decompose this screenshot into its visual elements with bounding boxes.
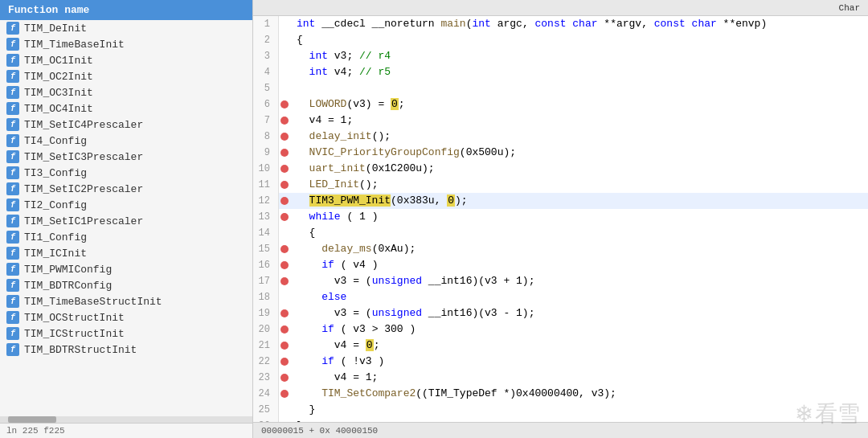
line-number: 13 bbox=[253, 209, 279, 225]
function-label: TIM_ICStructInit bbox=[24, 328, 125, 340]
sidebar-item-TIM_DeInit[interactable]: fTIM_DeInit bbox=[0, 20, 252, 36]
breakpoint[interactable] bbox=[279, 325, 290, 334]
code-line: 6 LOWORD(v3) = 0; bbox=[253, 96, 868, 113]
function-label: TI3_Config bbox=[24, 167, 87, 179]
sidebar-item-TIM_OC4Init[interactable]: fTIM_OC4Init bbox=[0, 100, 252, 117]
breakpoint[interactable] bbox=[279, 149, 290, 157]
code-line: 26} bbox=[253, 418, 868, 422]
breakpoint-dot bbox=[280, 133, 289, 141]
breakpoint[interactable] bbox=[279, 358, 290, 366]
line-number: 26 bbox=[253, 418, 279, 422]
code-text: NVIC_PriorityGroupConfig(0x500u); bbox=[290, 145, 516, 161]
code-text: v3 = (unsigned __int16)(v3 + 1); bbox=[290, 273, 534, 289]
breakpoint[interactable] bbox=[279, 181, 290, 189]
function-label: TIM_SetIC1Prescaler bbox=[24, 215, 143, 227]
sidebar-item-TIM_ICStructInit[interactable]: fTIM_ICStructInit bbox=[0, 325, 252, 342]
sidebar-item-TIM_PWMIConfig[interactable]: fTIM_PWMIConfig bbox=[0, 261, 252, 277]
code-line: 13 while ( 1 ) bbox=[253, 209, 868, 225]
sidebar-item-TIM_BDTRStructInit[interactable]: fTIM_BDTRStructInit bbox=[0, 342, 252, 358]
breakpoint[interactable] bbox=[279, 390, 290, 398]
function-label: TIM_OC4Init bbox=[24, 103, 93, 115]
function-label: TIM_SetIC2Prescaler bbox=[24, 183, 143, 195]
breakpoint[interactable] bbox=[279, 261, 290, 269]
function-icon: f bbox=[6, 150, 19, 163]
sidebar-item-TIM_SetIC1Prescaler[interactable]: fTIM_SetIC1Prescaler bbox=[0, 213, 252, 229]
function-label: TIM_OC3Init bbox=[24, 87, 93, 99]
sidebar-item-TIM_SetIC2Prescaler[interactable]: fTIM_SetIC2Prescaler bbox=[0, 181, 252, 197]
function-label: TIM_BDTRStructInit bbox=[24, 344, 137, 356]
function-icon: f bbox=[6, 22, 19, 35]
function-label: TIM_BDTRConfig bbox=[24, 280, 112, 292]
line-number: 17 bbox=[253, 273, 279, 289]
function-label: TI4_Config bbox=[24, 135, 87, 147]
function-icon: f bbox=[6, 199, 19, 211]
sidebar-scrollbar-thumb[interactable] bbox=[8, 416, 56, 423]
function-label: TIM_ICInit bbox=[24, 248, 87, 260]
breakpoint-dot bbox=[280, 165, 289, 173]
function-label: TIM_OC1Init bbox=[24, 55, 93, 67]
breakpoint[interactable] bbox=[279, 100, 290, 108]
breakpoint[interactable] bbox=[279, 309, 290, 317]
sidebar-item-TIM_SetIC3Prescaler[interactable]: fTIM_SetIC3Prescaler bbox=[0, 149, 252, 165]
code-line: 7 v4 = 1; bbox=[253, 113, 868, 129]
code-text: v3 = (unsigned __int16)(v3 - 1); bbox=[290, 305, 534, 321]
sidebar-item-TIM_OC1Init[interactable]: fTIM_OC1Init bbox=[0, 52, 252, 68]
function-label: TIM_PWMIConfig bbox=[24, 264, 112, 276]
sidebar-item-TIM_SetIC4Prescaler[interactable]: fTIM_SetIC4Prescaler bbox=[0, 117, 252, 133]
function-label: TIM_SetIC3Prescaler bbox=[24, 151, 143, 163]
breakpoint[interactable] bbox=[279, 213, 290, 221]
code-line: 12 TIM3_PWM_Init(0x383u, 0); bbox=[253, 193, 868, 209]
code-text: } bbox=[290, 418, 303, 422]
code-footer: 00000015 + 0x 40000150 bbox=[253, 422, 868, 438]
line-number: 21 bbox=[253, 338, 279, 354]
line-number: 1 bbox=[253, 16, 279, 32]
breakpoint[interactable] bbox=[279, 277, 290, 285]
sidebar-item-TI3_Config[interactable]: fTI3_Config bbox=[0, 165, 252, 181]
code-line: 8 delay_init(); bbox=[253, 129, 868, 145]
line-number: 22 bbox=[253, 354, 279, 370]
line-number: 2 bbox=[253, 32, 279, 48]
function-icon: f bbox=[6, 70, 19, 83]
sidebar-item-TIM_TimeBaseInit[interactable]: fTIM_TimeBaseInit bbox=[0, 36, 252, 52]
breakpoint[interactable] bbox=[279, 165, 290, 173]
code-text: TIM_SetCompare2((TIM_TypeDef *)0x4000040… bbox=[290, 386, 616, 402]
code-line: 5 bbox=[253, 80, 868, 96]
line-number: 7 bbox=[253, 113, 279, 129]
sidebar-item-TIM_OC2Init[interactable]: fTIM_OC2Init bbox=[0, 68, 252, 84]
sidebar-item-TIM_ICInit[interactable]: fTIM_ICInit bbox=[0, 245, 252, 261]
sidebar-item-TI2_Config[interactable]: fTI2_Config bbox=[0, 197, 252, 213]
breakpoint[interactable] bbox=[279, 245, 290, 253]
code-text: uart_init(0x1C200u); bbox=[290, 161, 435, 177]
sidebar-item-TIM_OCStructInit[interactable]: fTIM_OCStructInit bbox=[0, 309, 252, 325]
code-text: int v3; // r4 bbox=[290, 48, 391, 64]
sidebar-scrollbar[interactable] bbox=[0, 416, 252, 423]
breakpoint-dot bbox=[280, 277, 289, 285]
code-line: 15 delay_ms(0xAu); bbox=[253, 241, 868, 257]
code-line: 14 { bbox=[253, 225, 868, 241]
function-label: TIM_SetIC4Prescaler bbox=[24, 119, 143, 131]
sidebar-item-TIM_OC3Init[interactable]: fTIM_OC3Init bbox=[0, 84, 252, 100]
sidebar-item-TI4_Config[interactable]: fTI4_Config bbox=[0, 133, 252, 149]
code-text: TIM3_PWM_Init(0x383u, 0); bbox=[290, 193, 468, 209]
sidebar-item-TIM_BDTRConfig[interactable]: fTIM_BDTRConfig bbox=[0, 277, 252, 293]
function-icon: f bbox=[6, 134, 19, 147]
line-number: 5 bbox=[253, 80, 279, 96]
code-content[interactable]: 1int __cdecl __noreturn main(int argc, c… bbox=[253, 16, 868, 422]
breakpoint[interactable] bbox=[279, 374, 290, 382]
breakpoint[interactable] bbox=[279, 117, 290, 125]
code-text: v4 = 1; bbox=[290, 113, 353, 129]
code-text: if ( v4 ) bbox=[290, 257, 378, 273]
line-number: 23 bbox=[253, 370, 279, 386]
code-line: 10 uart_init(0x1C200u); bbox=[253, 161, 868, 177]
breakpoint-dot bbox=[280, 261, 289, 269]
breakpoint-dot bbox=[280, 100, 289, 108]
sidebar-item-TIM_TimeBaseStructInit[interactable]: fTIM_TimeBaseStructInit bbox=[0, 293, 252, 309]
sidebar-item-TI1_Config[interactable]: fTI1_Config bbox=[0, 229, 252, 245]
breakpoint[interactable] bbox=[279, 133, 290, 141]
function-list[interactable]: fTIM_DeInitfTIM_TimeBaseInitfTIM_OC1Init… bbox=[0, 20, 252, 416]
breakpoint[interactable] bbox=[279, 197, 290, 205]
code-line: 17 v3 = (unsigned __int16)(v3 + 1); bbox=[253, 273, 868, 289]
breakpoint[interactable] bbox=[279, 342, 290, 350]
function-icon: f bbox=[6, 182, 19, 195]
code-line: 25 } bbox=[253, 402, 868, 418]
